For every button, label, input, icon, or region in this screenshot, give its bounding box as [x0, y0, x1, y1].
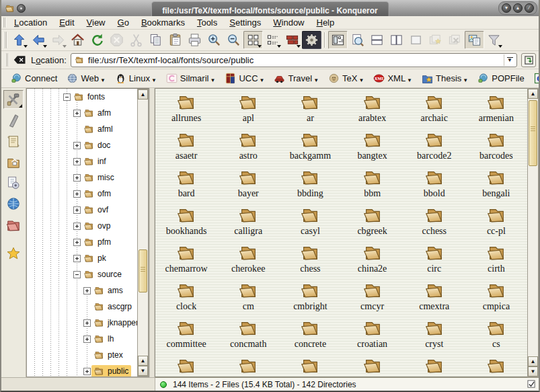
folder-cc-pl[interactable]: cc-pl [465, 205, 527, 243]
main-scrollbar[interactable]: ▲ ▲ ▼ [527, 88, 539, 377]
folder-allrunes[interactable]: allrunes [155, 92, 217, 130]
bookmark-xml[interactable]: XMLXML▼ [373, 73, 412, 84]
tree-item-ascgrp[interactable]: ascgrp [27, 299, 137, 315]
detailed-view-button[interactable] [282, 31, 302, 49]
menu-bookmarks[interactable]: Bookmarks [135, 16, 191, 29]
paste-button[interactable] [165, 31, 185, 49]
folder-backgamm[interactable]: backgamm [279, 130, 341, 167]
menu-location[interactable]: Location [8, 16, 53, 29]
tree-item-ptex[interactable]: ptex [27, 347, 137, 363]
folder-bard[interactable]: bard [155, 167, 217, 205]
expand-icon[interactable] [73, 174, 81, 182]
tree-item-misc[interactable]: misc [27, 169, 137, 186]
menu-view[interactable]: View [81, 16, 112, 29]
close-button[interactable]: ∕ [525, 3, 534, 13]
sidebar-star-tab[interactable] [3, 244, 24, 263]
folder-armenian[interactable]: armenian [465, 92, 527, 130]
icon-view-button-dropdown[interactable] [258, 45, 262, 48]
tree-scroll-up-button[interactable]: ▲ [138, 89, 148, 100]
menu-tools[interactable]: Tools [191, 16, 223, 29]
folder-cmpica[interactable]: cmpica [465, 280, 527, 318]
tree-item-ams[interactable]: ams [27, 282, 137, 299]
find-file-button[interactable] [348, 31, 367, 49]
sidebar-network-tab[interactable] [3, 194, 24, 213]
menu-edit[interactable]: Edit [53, 16, 80, 29]
bookmark-tex[interactable]: TeX▼ [328, 73, 364, 84]
tree-item-afml[interactable]: afml [27, 121, 137, 137]
folder-circ[interactable]: circ [403, 243, 465, 280]
main-scroll-up2-button[interactable]: ▲ [528, 356, 538, 366]
bookmark-thesis[interactable]: Thesis▼ [422, 73, 468, 84]
main-scroll-up-button[interactable]: ▲ [528, 89, 538, 99]
tree-scroll-thumb[interactable] [139, 249, 147, 292]
tree-item-lh[interactable]: lh [27, 331, 137, 347]
folder-cchess[interactable]: cchess [403, 205, 465, 243]
sidebar-history-tab[interactable] [3, 132, 24, 151]
bookmark-popfile[interactable]: POPFile [477, 73, 524, 84]
folder-cryst[interactable]: cryst [403, 318, 465, 356]
sidebar-bookmarks-tab[interactable] [3, 111, 24, 130]
folder-ar[interactable]: ar [279, 92, 341, 130]
tree-item-source[interactable]: source [27, 266, 137, 282]
folder-china2e[interactable]: china2e [341, 243, 403, 280]
tree-item-inf[interactable]: inf [27, 153, 137, 169]
expand-icon[interactable] [73, 255, 81, 262]
expand-icon[interactable] [83, 368, 91, 375]
folder-unlabeled[interactable] [403, 356, 465, 377]
split-view-left-right-button[interactable] [387, 31, 406, 49]
window-pin-button[interactable] [17, 4, 26, 13]
folder-concmath[interactable]: concmath [217, 318, 279, 356]
folder-bayer[interactable]: bayer [217, 167, 279, 205]
statusbar-settings-icon[interactable] [527, 380, 536, 389]
folder-apl[interactable]: apl [217, 92, 279, 130]
bookmark-travel[interactable]: Travel▼ [274, 73, 319, 84]
sidebar-home-tab[interactable] [3, 153, 24, 171]
tree-item-ovf[interactable]: ovf [27, 202, 137, 218]
print-button[interactable] [185, 31, 204, 49]
tree-item-fonts[interactable]: fonts [27, 89, 137, 105]
folder-cs[interactable]: cs [465, 318, 527, 356]
collapse-icon[interactable] [73, 271, 81, 278]
menu-go[interactable]: Go [112, 16, 135, 29]
filter-button[interactable] [484, 31, 504, 49]
folder-unlabeled[interactable] [155, 356, 217, 377]
menu-help[interactable]: Help [311, 16, 341, 29]
expand-icon[interactable] [83, 287, 91, 295]
folder-chemarrow[interactable]: chemarrow [155, 243, 217, 280]
folder-chess[interactable]: chess [279, 243, 341, 280]
tree-item-jknappen[interactable]: jknappen [27, 315, 137, 331]
expand-icon[interactable] [73, 206, 81, 214]
folder-archaic[interactable]: archaic [403, 92, 465, 130]
reload-button[interactable] [87, 31, 107, 49]
clear-location-icon[interactable] [13, 54, 27, 66]
expand-icon[interactable] [73, 110, 81, 117]
folder-committee[interactable]: committee [155, 318, 217, 356]
up-button[interactable] [9, 31, 29, 49]
zoom-out-button[interactable] [224, 31, 243, 49]
remove-view-button[interactable] [406, 31, 426, 49]
main-scroll-thumb[interactable] [529, 100, 537, 166]
locationbar-grip[interactable] [5, 53, 9, 67]
expand-icon[interactable] [73, 142, 81, 149]
folder-unlabeled[interactable] [279, 356, 341, 377]
panel-splitter[interactable] [149, 88, 155, 377]
toolbar-grip[interactable] [4, 32, 7, 48]
up-button-dropdown[interactable] [24, 45, 28, 48]
menu-settings[interactable]: Settings [223, 16, 267, 29]
folder-unlabeled[interactable] [341, 356, 403, 377]
folder-cirth[interactable]: cirth [465, 243, 527, 280]
zoom-in-button[interactable] [204, 31, 224, 49]
folder-unlabeled[interactable] [217, 356, 279, 377]
location-input[interactable] [88, 55, 504, 65]
folder-asaetr[interactable]: asaetr [155, 130, 217, 167]
home-button[interactable] [68, 31, 87, 49]
menu-window[interactable]: Window [267, 16, 310, 29]
folder-bengali[interactable]: bengali [465, 167, 527, 205]
expand-icon[interactable] [73, 223, 81, 230]
copy-button[interactable] [146, 31, 165, 49]
sidebar-config-button[interactable] [3, 90, 24, 109]
forward-button-dropdown[interactable] [63, 45, 67, 48]
expand-icon[interactable] [73, 190, 81, 198]
expand-icon[interactable] [83, 319, 91, 327]
multicolumn-view-button-dropdown[interactable] [277, 45, 281, 48]
